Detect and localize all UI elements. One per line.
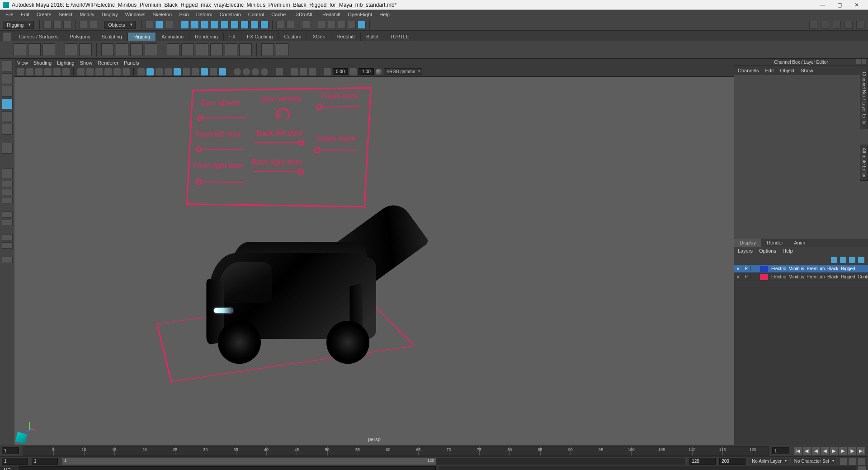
viewcube-icon[interactable] [15,432,28,444]
menu-skin[interactable]: Skin [175,11,192,18]
close-button[interactable]: ✕ [848,0,865,9]
menu-deform[interactable]: Deform [193,11,216,18]
last-tool-icon[interactable] [2,143,13,154]
layer-move-down-icon[interactable] [840,257,846,263]
snap-grid-icon[interactable] [181,21,189,29]
shelf-tab-rigging[interactable]: Rigging [128,33,156,41]
script-editor-button[interactable] [858,466,866,470]
anim-layer-dropdown[interactable]: No Anim Layer [749,458,788,464]
layout-single-icon[interactable] [2,168,13,179]
shelf-cluster-icon[interactable] [116,43,128,56]
smooth-shade-icon[interactable] [146,68,154,75]
rig-slider-back-right-door[interactable] [254,171,303,173]
redo-icon[interactable] [89,21,97,29]
panel-menu-show[interactable]: Show [80,60,93,66]
xray-joints-icon[interactable] [252,68,259,75]
cb-menu-show[interactable]: Show [801,68,813,73]
shelf-tab-sculpting[interactable]: Sculpting [96,33,128,41]
paint-select-tool-icon[interactable] [2,86,13,97]
shelf-tab-rendering[interactable]: Rendering [189,33,224,41]
shelf-copy-weights-icon[interactable] [239,43,252,56]
shelf-tab-polygons[interactable]: Polygons [64,33,96,41]
isolate-select-icon[interactable] [234,68,241,75]
minimize-button[interactable]: — [814,0,831,9]
vehicle-model[interactable] [182,203,417,375]
panel-close-icon[interactable] [862,59,866,64]
shelf-ik-icon[interactable] [28,43,41,56]
shelf-bind-skin-icon[interactable] [167,43,179,56]
select-by-component-icon[interactable] [165,21,173,29]
film-gate-icon[interactable] [86,68,94,75]
wireframe-icon[interactable] [137,68,145,75]
layers-menu-layers[interactable]: Layers [738,248,753,254]
menu-file[interactable]: File [2,11,17,18]
panel-menu-shading[interactable]: Shading [33,60,52,66]
shelf-tab-custom[interactable]: Custom [279,33,307,41]
rig-slider-trunk-door[interactable] [317,106,359,108]
shelf-tab-turtle[interactable]: TURTLE [384,33,415,41]
3d-viewport[interactable]: Turn wheels Spin wheels Trunk door Front… [14,77,734,445]
panel-menu-lighting[interactable]: Lighting [57,60,75,66]
tool-settings-toggle-icon[interactable] [856,21,864,29]
snap-live2-icon[interactable] [260,21,269,29]
save-scene-icon[interactable] [63,21,71,29]
go-to-start-button[interactable]: |◀ [794,447,802,455]
snap-element-icon[interactable] [241,21,249,29]
range-track[interactable]: 1 120 [62,458,685,465]
current-frame-field[interactable]: 1 [2,447,19,454]
layout-four-icon[interactable] [2,181,13,187]
snap-plane-icon[interactable] [211,21,219,29]
layout-save-icon[interactable] [2,257,13,263]
shelf-ik-spline-icon[interactable] [42,43,55,56]
character-set-dropdown[interactable]: No Character Set [792,458,835,464]
select-camera-icon[interactable] [17,68,24,75]
menu-3dtoall[interactable]: - 3DtoAll - [289,11,319,18]
move-tool-icon[interactable] [2,99,13,109]
shelf-tab-redshift[interactable]: Redshift [331,33,361,41]
layout-two-side-icon[interactable] [2,189,13,195]
modeling-toolkit-icon[interactable] [809,21,817,29]
shadows-icon[interactable] [192,68,199,75]
menu-windows[interactable]: Windows [122,11,149,18]
menu-modify[interactable]: Modify [76,11,98,18]
bookmarks-icon[interactable] [35,68,42,75]
highlight-icon[interactable] [286,21,294,29]
anti-alias-icon[interactable] [219,68,226,75]
script-language-toggle[interactable]: MEL [0,467,17,470]
wire-on-shaded-icon[interactable] [165,68,172,75]
xray-icon[interactable] [243,68,250,75]
exposure-icon[interactable] [276,68,283,75]
layers-menu-options[interactable]: Options [759,248,776,254]
command-input[interactable] [19,466,436,470]
menu-help[interactable]: Help [376,11,393,18]
outliner-toggle-icon[interactable] [833,21,841,29]
image-plane-icon[interactable] [44,68,52,75]
layer-playback-toggle[interactable]: P [742,274,750,279]
view-transform-icon[interactable] [376,69,382,75]
gamma-in-icon[interactable] [324,68,331,75]
range-in-start-field[interactable]: 1 [32,458,58,465]
render-settings-icon[interactable] [338,21,346,29]
scale-tool-icon[interactable] [2,124,13,135]
shelf-paint-weights-icon[interactable] [181,43,194,56]
menu-display[interactable]: Display [98,11,122,18]
range-end-field[interactable]: 200 [719,458,745,465]
construction-history-icon[interactable] [302,21,310,29]
layer-tab-render[interactable]: Render [761,239,788,247]
rig-slider-turn-wheels[interactable] [198,118,246,119]
layer-playback-toggle[interactable]: P [742,266,750,271]
lock-camera-icon[interactable] [26,68,33,75]
rig-slider-back-left-door[interactable] [254,142,303,143]
lock-icon[interactable] [276,21,284,29]
range-handle[interactable]: 1 120 [62,458,436,465]
ipr-render-icon[interactable] [328,21,336,29]
xray-components-icon[interactable] [261,68,268,75]
shelf-hammer-weights-icon[interactable] [225,43,237,56]
layer-row[interactable]: V P Electric_Minibus_Premium_Black_Rigge… [734,265,868,273]
2d-pan-icon[interactable] [53,68,61,75]
layout-outliner-icon[interactable] [2,212,13,218]
layer-move-up-icon[interactable] [831,257,837,263]
far-clip-icon[interactable] [300,68,307,75]
rig-slider-seats-back[interactable] [315,150,357,150]
shelf-joint-icon[interactable] [14,43,26,56]
